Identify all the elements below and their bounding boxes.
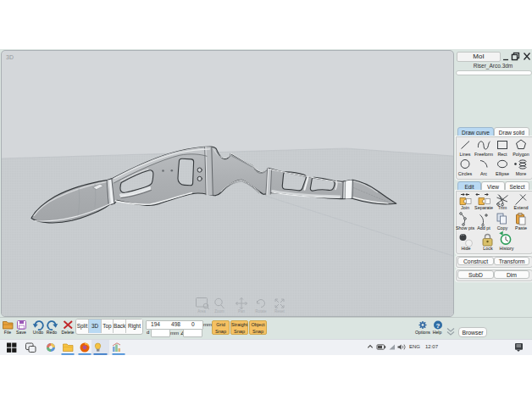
svg-text:Rotate: Rotate xyxy=(255,309,267,314)
svg-text:Zoom: Zoom xyxy=(214,309,224,314)
svg-text:Reset: Reset xyxy=(274,309,285,314)
svg-text:Pan: Pan xyxy=(238,309,246,314)
svg-text:Area: Area xyxy=(197,309,206,314)
